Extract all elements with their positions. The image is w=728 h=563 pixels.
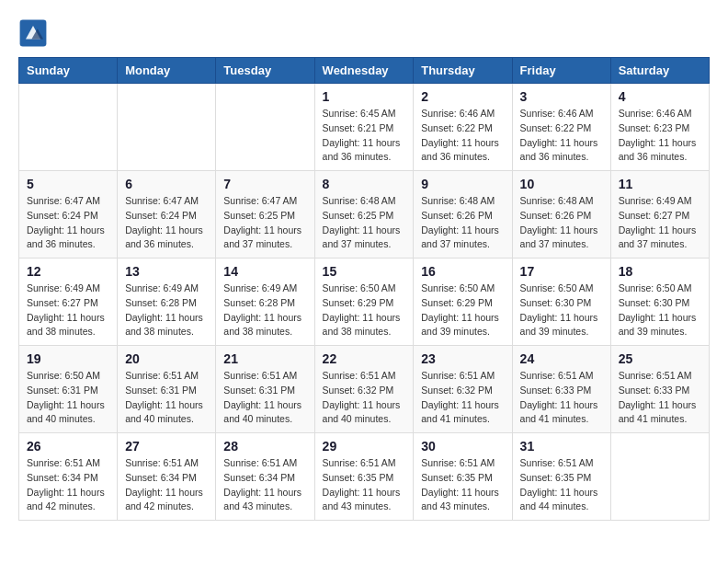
day-number: 26 <box>27 439 109 454</box>
calendar-cell: 13Sunrise: 6:49 AM Sunset: 6:28 PM Dayli… <box>118 259 216 346</box>
day-info: Sunrise: 6:45 AM Sunset: 6:21 PM Dayligh… <box>323 107 406 165</box>
day-number: 12 <box>27 264 109 279</box>
calendar-cell: 17Sunrise: 6:50 AM Sunset: 6:30 PM Dayli… <box>512 259 610 346</box>
day-info: Sunrise: 6:51 AM Sunset: 6:32 PM Dayligh… <box>323 369 406 427</box>
day-number: 1 <box>323 89 406 104</box>
day-info: Sunrise: 6:50 AM Sunset: 6:31 PM Dayligh… <box>27 369 109 427</box>
day-number: 23 <box>421 351 504 366</box>
weekday-header: Monday <box>118 58 216 84</box>
calendar-cell: 3Sunrise: 6:46 AM Sunset: 6:22 PM Daylig… <box>512 84 610 171</box>
calendar-cell: 22Sunrise: 6:51 AM Sunset: 6:32 PM Dayli… <box>314 346 414 433</box>
weekday-header: Sunday <box>19 58 118 84</box>
day-number: 27 <box>125 439 208 454</box>
calendar-cell: 19Sunrise: 6:50 AM Sunset: 6:31 PM Dayli… <box>19 346 118 433</box>
day-info: Sunrise: 6:49 AM Sunset: 6:27 PM Dayligh… <box>27 282 109 339</box>
calendar-cell: 7Sunrise: 6:47 AM Sunset: 6:25 PM Daylig… <box>216 171 314 259</box>
calendar-cell: 11Sunrise: 6:49 AM Sunset: 6:27 PM Dayli… <box>610 171 709 259</box>
day-number: 15 <box>323 264 406 279</box>
logo <box>18 18 53 48</box>
day-info: Sunrise: 6:51 AM Sunset: 6:33 PM Dayligh… <box>619 369 701 427</box>
calendar-cell: 16Sunrise: 6:50 AM Sunset: 6:29 PM Dayli… <box>414 259 512 346</box>
day-number: 16 <box>421 264 504 279</box>
calendar-cell: 18Sunrise: 6:50 AM Sunset: 6:30 PM Dayli… <box>610 259 709 346</box>
day-number: 30 <box>421 439 504 454</box>
weekday-header: Tuesday <box>216 58 314 84</box>
calendar-cell: 27Sunrise: 6:51 AM Sunset: 6:34 PM Dayli… <box>118 433 216 521</box>
day-number: 22 <box>323 351 406 366</box>
calendar-cell: 4Sunrise: 6:46 AM Sunset: 6:23 PM Daylig… <box>610 84 709 171</box>
calendar-week-row: 26Sunrise: 6:51 AM Sunset: 6:34 PM Dayli… <box>19 433 710 521</box>
calendar-week-row: 5Sunrise: 6:47 AM Sunset: 6:24 PM Daylig… <box>19 171 710 259</box>
calendar-table: SundayMondayTuesdayWednesdayThursdayFrid… <box>18 57 710 521</box>
calendar-cell: 2Sunrise: 6:46 AM Sunset: 6:22 PM Daylig… <box>414 84 512 171</box>
calendar-cell: 25Sunrise: 6:51 AM Sunset: 6:33 PM Dayli… <box>610 346 709 433</box>
day-number: 14 <box>223 264 306 279</box>
day-info: Sunrise: 6:51 AM Sunset: 6:35 PM Dayligh… <box>520 456 603 514</box>
day-number: 11 <box>619 177 701 191</box>
calendar-cell: 9Sunrise: 6:48 AM Sunset: 6:26 PM Daylig… <box>414 171 512 259</box>
weekday-header: Friday <box>512 58 610 84</box>
calendar-cell: 10Sunrise: 6:48 AM Sunset: 6:26 PM Dayli… <box>512 171 610 259</box>
calendar-cell: 1Sunrise: 6:45 AM Sunset: 6:21 PM Daylig… <box>314 84 414 171</box>
logo-icon <box>18 18 48 48</box>
day-info: Sunrise: 6:50 AM Sunset: 6:29 PM Dayligh… <box>323 282 406 339</box>
calendar-cell: 12Sunrise: 6:49 AM Sunset: 6:27 PM Dayli… <box>19 259 118 346</box>
day-number: 10 <box>520 177 603 191</box>
day-number: 5 <box>27 177 109 191</box>
weekday-header: Wednesday <box>314 58 414 84</box>
day-number: 20 <box>125 351 208 366</box>
day-number: 6 <box>125 177 208 191</box>
day-info: Sunrise: 6:48 AM Sunset: 6:26 PM Dayligh… <box>421 194 504 252</box>
calendar-cell: 15Sunrise: 6:50 AM Sunset: 6:29 PM Dayli… <box>314 259 414 346</box>
day-info: Sunrise: 6:48 AM Sunset: 6:26 PM Dayligh… <box>520 194 603 252</box>
day-info: Sunrise: 6:47 AM Sunset: 6:25 PM Dayligh… <box>223 194 306 252</box>
day-info: Sunrise: 6:46 AM Sunset: 6:23 PM Dayligh… <box>619 107 701 165</box>
calendar-cell: 14Sunrise: 6:49 AM Sunset: 6:28 PM Dayli… <box>216 259 314 346</box>
day-number: 17 <box>520 264 603 279</box>
day-info: Sunrise: 6:47 AM Sunset: 6:24 PM Dayligh… <box>27 194 109 252</box>
calendar-cell: 6Sunrise: 6:47 AM Sunset: 6:24 PM Daylig… <box>118 171 216 259</box>
day-number: 24 <box>520 351 603 366</box>
day-info: Sunrise: 6:51 AM Sunset: 6:34 PM Dayligh… <box>27 456 109 514</box>
day-number: 13 <box>125 264 208 279</box>
calendar-cell: 24Sunrise: 6:51 AM Sunset: 6:33 PM Dayli… <box>512 346 610 433</box>
weekday-header: Saturday <box>610 58 709 84</box>
day-info: Sunrise: 6:46 AM Sunset: 6:22 PM Dayligh… <box>520 107 603 165</box>
day-info: Sunrise: 6:50 AM Sunset: 6:30 PM Dayligh… <box>619 282 701 339</box>
day-number: 7 <box>223 177 306 191</box>
day-info: Sunrise: 6:49 AM Sunset: 6:28 PM Dayligh… <box>125 282 208 339</box>
day-number: 25 <box>619 351 701 366</box>
day-info: Sunrise: 6:51 AM Sunset: 6:35 PM Dayligh… <box>421 456 504 514</box>
page-header <box>18 18 710 48</box>
calendar-cell: 5Sunrise: 6:47 AM Sunset: 6:24 PM Daylig… <box>19 171 118 259</box>
day-info: Sunrise: 6:51 AM Sunset: 6:35 PM Dayligh… <box>323 456 406 514</box>
day-number: 28 <box>223 439 306 454</box>
day-info: Sunrise: 6:49 AM Sunset: 6:28 PM Dayligh… <box>223 282 306 339</box>
calendar-cell: 23Sunrise: 6:51 AM Sunset: 6:32 PM Dayli… <box>414 346 512 433</box>
day-info: Sunrise: 6:48 AM Sunset: 6:25 PM Dayligh… <box>323 194 406 252</box>
day-number: 31 <box>520 439 603 454</box>
day-info: Sunrise: 6:46 AM Sunset: 6:22 PM Dayligh… <box>421 107 504 165</box>
day-number: 3 <box>520 89 603 104</box>
calendar-week-row: 1Sunrise: 6:45 AM Sunset: 6:21 PM Daylig… <box>19 84 710 171</box>
calendar-week-row: 12Sunrise: 6:49 AM Sunset: 6:27 PM Dayli… <box>19 259 710 346</box>
day-number: 21 <box>223 351 306 366</box>
calendar-cell: 30Sunrise: 6:51 AM Sunset: 6:35 PM Dayli… <box>414 433 512 521</box>
calendar-cell <box>19 84 118 171</box>
day-info: Sunrise: 6:51 AM Sunset: 6:34 PM Dayligh… <box>223 456 306 514</box>
calendar-week-row: 19Sunrise: 6:50 AM Sunset: 6:31 PM Dayli… <box>19 346 710 433</box>
day-info: Sunrise: 6:49 AM Sunset: 6:27 PM Dayligh… <box>619 194 701 252</box>
day-info: Sunrise: 6:51 AM Sunset: 6:31 PM Dayligh… <box>223 369 306 427</box>
calendar-cell: 21Sunrise: 6:51 AM Sunset: 6:31 PM Dayli… <box>216 346 314 433</box>
weekday-header: Thursday <box>414 58 512 84</box>
day-number: 19 <box>27 351 109 366</box>
calendar-cell: 28Sunrise: 6:51 AM Sunset: 6:34 PM Dayli… <box>216 433 314 521</box>
calendar-cell: 29Sunrise: 6:51 AM Sunset: 6:35 PM Dayli… <box>314 433 414 521</box>
calendar-cell: 20Sunrise: 6:51 AM Sunset: 6:31 PM Dayli… <box>118 346 216 433</box>
day-info: Sunrise: 6:51 AM Sunset: 6:33 PM Dayligh… <box>520 369 603 427</box>
calendar-cell <box>216 84 314 171</box>
day-info: Sunrise: 6:51 AM Sunset: 6:31 PM Dayligh… <box>125 369 208 427</box>
day-info: Sunrise: 6:50 AM Sunset: 6:29 PM Dayligh… <box>421 282 504 339</box>
calendar-cell <box>610 433 709 521</box>
day-number: 8 <box>323 177 406 191</box>
